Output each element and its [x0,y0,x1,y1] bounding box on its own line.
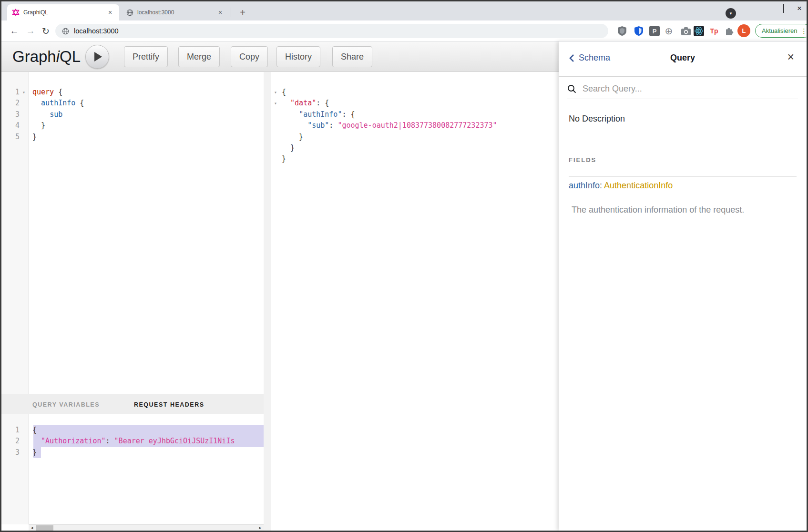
query-editor-code[interactable]: query { authInfo { sub }} [29,72,264,394]
maximize-button[interactable] [783,4,784,13]
move-extension-icon[interactable]: ⊕ [663,25,675,37]
doc-field-entry: authInfo: AuthenticationInfo [569,181,673,191]
caret-down-icon: ▾ [730,11,732,16]
field-type-link[interactable]: AuthenticationInfo [604,181,673,190]
result-viewer: ▾▾ { "data": { "authInfo": { "sub": "goo… [271,72,559,531]
update-button[interactable]: Aktualisieren ⋮ [755,24,808,38]
line-number: 1 [1,425,20,436]
doc-explorer: Schema Query × Search Query... No Descri… [559,41,807,531]
tab-close-icon[interactable]: × [106,8,114,17]
code-line[interactable]: { [32,425,264,436]
bitwarden-extension-icon[interactable] [633,25,644,37]
code-line: "authInfo": { [282,109,559,120]
headers-editor-gutter: 123 [1,414,29,524]
graphiql-logo: GraphiQL [12,48,81,66]
back-button[interactable]: ← [8,25,20,37]
scroll-right-arrow-icon[interactable]: ► [257,525,264,531]
tab-close-icon[interactable]: × [216,8,225,17]
browser-toolbar: ← → ↻ localhost:3000 P ⊕ Tp [1,20,807,41]
site-info-globe-icon[interactable] [62,28,69,35]
prettify-button[interactable]: Prettify [124,46,168,67]
close-window-button[interactable]: × [797,4,802,13]
code-line[interactable]: sub [32,109,264,120]
field-colon: : [600,181,604,190]
result-code: { "data": { "authInfo": { "sub": "google… [281,72,559,531]
forward-button[interactable]: → [24,25,37,37]
fold-arrow-icon [20,436,28,447]
pane-divider[interactable] [264,72,271,531]
doc-category-title: FIELDS [569,156,596,164]
result-fold-gutter: ▾▾ [271,72,281,531]
fold-arrow-icon [20,109,28,120]
code-line[interactable]: } [32,132,264,143]
tab-query-variables[interactable]: QUERY VARIABLES [32,394,100,415]
react-devtools-extension-icon[interactable] [694,26,704,36]
ublock-extension-icon[interactable] [616,25,628,37]
line-number: 1 [1,87,20,98]
globe-icon [126,9,133,16]
fold-arrow-icon [20,120,28,131]
tab-graphiql[interactable]: GraphiQL × [7,4,119,20]
text-selection [33,425,264,436]
code-line: } [282,132,559,143]
tab-separator [231,8,231,17]
browser-menu-dots-icon[interactable]: ⋮ [800,27,807,35]
url-text: localhost:3000 [74,27,119,35]
tab-localhost[interactable]: localhost:3000 × [122,4,229,20]
merge-button[interactable]: Merge [178,46,220,67]
code-line[interactable]: authInfo { [32,98,264,109]
tab-strip: GraphiQL × localhost:3000 × + ▾ × [1,1,807,20]
address-bar[interactable]: localhost:3000 [55,24,608,38]
secondary-editor-tabbar: QUERY VARIABLES REQUEST HEADERS [1,394,264,414]
field-description: The authentication information of the re… [572,205,744,215]
tab-request-headers[interactable]: REQUEST HEADERS [134,394,205,415]
doc-category-divider [569,176,797,177]
tp-extension-icon[interactable]: Tp [708,25,720,37]
doc-title: Query [559,53,807,63]
fold-arrow-icon[interactable]: ▾ [20,87,28,98]
camera-extension-icon[interactable] [680,25,692,37]
headers-editor-code[interactable]: { "Authorization": "Bearer eyJhbGciOiJSU… [29,414,264,524]
code-line[interactable]: query { [32,87,264,98]
maximize-icon [783,4,784,13]
type-description: No Description [569,114,625,124]
extensions-puzzle-icon[interactable] [723,25,735,37]
line-number: 3 [1,109,20,120]
doc-search-input[interactable]: Search Query... [567,79,798,99]
code-line[interactable]: } [32,447,264,458]
request-headers-editor[interactable]: 123 { "Authorization": "Bearer eyJhbGciO… [1,414,264,524]
profile-avatar[interactable]: L [737,24,750,37]
code-line: { [282,87,559,98]
field-name-link[interactable]: authInfo [569,181,600,190]
line-number: 5 [1,132,20,143]
doc-close-button[interactable]: × [787,51,794,63]
update-button-label: Aktualisieren [762,27,797,34]
headers-horizontal-scrollbar[interactable]: ◄ ► [29,524,264,531]
doc-explorer-header: Schema Query × [559,41,807,77]
fold-arrow-icon[interactable]: ▾ [271,98,280,109]
scrollbar-thumb[interactable] [36,525,53,531]
scroll-left-arrow-icon[interactable]: ◄ [29,525,35,531]
query-editor-gutter: 1▾2345 [1,72,29,394]
tab-search-button[interactable]: ▾ [726,8,736,19]
new-tab-button[interactable]: + [236,6,249,19]
fold-arrow-icon [20,425,28,436]
query-editor[interactable]: 1▾2345 query { authInfo { sub }} [1,72,264,394]
p-extension-icon[interactable]: P [649,26,660,36]
code-line[interactable]: } [32,120,264,131]
code-line[interactable]: "Authorization": "Bearer eyJhbGciOiJSUzI… [32,436,264,447]
close-icon: × [797,4,802,13]
graphiql-favicon-icon [12,9,20,16]
copy-button[interactable]: Copy [231,46,268,67]
execute-query-button[interactable] [85,45,109,69]
line-number: 2 [1,98,20,109]
graphiql-topbar: GraphiQL Prettify Merge Copy History Sha… [1,41,559,72]
tab-title: GraphiQL [23,9,106,16]
history-button[interactable]: History [276,46,320,67]
reload-button[interactable]: ↻ [40,25,52,37]
search-icon [567,84,576,93]
share-button[interactable]: Share [332,46,372,67]
code-line: } [282,143,559,153]
fold-arrow-icon [20,98,28,109]
fold-arrow-icon[interactable]: ▾ [271,87,280,98]
